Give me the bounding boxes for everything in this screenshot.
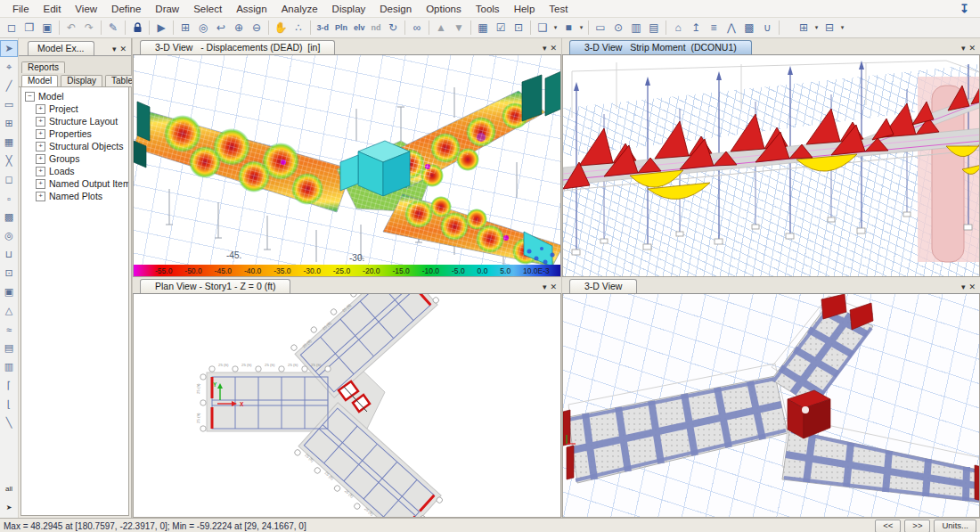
panel-close-icon[interactable]: ✕	[550, 44, 557, 53]
new-model-icon[interactable]: ◻	[4, 20, 20, 36]
portal-frame-icon[interactable]: ⌂	[670, 20, 687, 36]
draw-secondary-beams-icon[interactable]: ▦	[0, 134, 18, 151]
mesh-vertical-icon[interactable]: ▥	[0, 358, 18, 375]
expand-icon[interactable]: +	[36, 154, 45, 164]
draw-joint-icon[interactable]: ⊙	[610, 20, 627, 36]
undo-icon[interactable]: ↶	[63, 20, 80, 36]
expand-icon[interactable]: +	[36, 167, 45, 176]
draw-column-icon[interactable]: ◎	[0, 227, 18, 244]
menu-design[interactable]: Design	[372, 4, 419, 14]
report-dropdown-caret-icon[interactable]: ▾	[839, 20, 846, 36]
tree-item-structure-layout[interactable]: + Structure Layout	[25, 115, 128, 127]
menu-define[interactable]: Define	[104, 4, 148, 14]
previous-button[interactable]: <<	[875, 520, 901, 532]
tab-model[interactable]: Model	[21, 75, 58, 86]
panel-plan-view-tab[interactable]: Plan View - Story1 - Z = 0 (ft)	[140, 279, 290, 293]
model-explorer-title-tab[interactable]: Model Ex...	[28, 41, 94, 55]
layers-icon[interactable]: ≡	[706, 20, 723, 36]
tab-display[interactable]: Display	[61, 75, 102, 86]
menu-file[interactable]: File	[5, 4, 37, 14]
draw-frame-icon[interactable]: ▭	[592, 20, 609, 36]
ribs-view-icon[interactable]: ▤	[646, 20, 663, 36]
snap-points-icon[interactable]: ∴	[290, 20, 307, 36]
menu-test[interactable]: Test	[542, 4, 575, 14]
save-icon[interactable]: ▣	[39, 20, 56, 36]
draw-joint-tool-icon[interactable]: ⌖	[0, 59, 18, 76]
zoom-out-icon[interactable]: ⊖	[249, 20, 265, 36]
rubber-band-zoom-icon[interactable]: ⊞	[177, 20, 194, 36]
support-pin-icon[interactable]: ↥	[688, 20, 705, 36]
check-model-icon[interactable]: ☑	[493, 20, 510, 36]
menu-options[interactable]: Options	[419, 4, 469, 14]
panel-close-icon[interactable]: ✕	[968, 44, 976, 53]
edit-pencil-icon[interactable]: ✎	[105, 20, 122, 36]
draw-opening-icon[interactable]: ⊔	[0, 246, 18, 263]
tendon-profile-icon[interactable]: ⋀	[723, 20, 740, 36]
solid-view-cube-icon[interactable]: ■	[560, 20, 577, 36]
move-down-list-icon[interactable]: ▼	[451, 20, 468, 36]
menu-assign[interactable]: Assign	[229, 4, 274, 14]
edge-constraint-icon[interactable]: ⌈	[0, 377, 18, 394]
menu-display[interactable]: Display	[325, 4, 373, 14]
show-input-icon[interactable]: ⊡	[510, 20, 527, 36]
expand-icon[interactable]: +	[36, 142, 45, 151]
draw-wall-icon[interactable]: ╳	[0, 152, 18, 169]
expand-icon[interactable]: +	[36, 179, 45, 189]
restore-full-view-icon[interactable]: ◎	[195, 20, 212, 36]
displacements-viewport[interactable]: -45. -30. -55.0-50.0 -45.0-40.0 -35.0-30…	[133, 55, 561, 277]
menu-draw[interactable]: Draw	[148, 4, 186, 14]
panel-close-icon[interactable]: ✕	[968, 282, 976, 291]
lock-model-icon[interactable]	[129, 20, 146, 36]
tree-item-project[interactable]: + Project	[25, 102, 128, 115]
menu-edit[interactable]: Edit	[37, 4, 69, 14]
view-3d-icon[interactable]: 3-d	[314, 20, 332, 36]
pan-icon[interactable]: ✋	[273, 20, 290, 36]
panel-menu-caret-icon[interactable]: ▾	[543, 282, 547, 291]
cube-dropdown-caret-icon[interactable]: ▾	[552, 20, 559, 36]
menu-help[interactable]: Help	[507, 4, 543, 14]
view-elevation-icon[interactable]: elv	[351, 20, 368, 36]
panel-close-icon[interactable]: ✕	[550, 282, 557, 291]
draw-point-icon[interactable]: ▣	[0, 283, 18, 300]
plan-viewport[interactable]: 25 (ft) 25 (ft) 25 (ft) 25 (ft)	[133, 294, 561, 518]
download-icon[interactable]: ↧	[960, 2, 980, 15]
draw-drop-panel-icon[interactable]: ▩	[0, 209, 18, 225]
solid-cube-dropdown-caret-icon[interactable]: ▾	[578, 20, 585, 36]
object-shrink-toggle-icon[interactable]: ▦	[475, 20, 492, 36]
collapse-icon[interactable]: −	[25, 92, 35, 102]
open-icon[interactable]: ❐	[21, 20, 38, 36]
explorer-menu-caret-icon[interactable]: ▾	[112, 45, 117, 53]
panel-3d-view-tab[interactable]: 3-D View	[569, 279, 637, 293]
select-pointer-icon[interactable]: ➤	[0, 40, 18, 57]
tree-item-named-output-items[interactable]: + Named Output Items	[25, 177, 128, 190]
draw-floor-icon[interactable]: ◻	[0, 171, 18, 188]
tab-reports[interactable]: Reports	[21, 61, 65, 73]
tree-item-groups[interactable]: + Groups	[25, 152, 128, 165]
explorer-close-icon[interactable]: ✕	[119, 45, 127, 53]
expand-icon[interactable]: +	[36, 192, 45, 201]
menu-tools[interactable]: Tools	[469, 4, 507, 14]
next-button[interactable]: >>	[904, 520, 930, 532]
panel-strip-moment-tab[interactable]: 3-D View Strip Moment (DCONU1)	[569, 40, 752, 54]
draw-rect-floor-icon[interactable]: ▫	[0, 190, 18, 207]
edge-release-icon[interactable]: ⌊	[0, 396, 18, 413]
saddle-icon[interactable]: ∪	[759, 20, 776, 36]
mesh-horizontal-icon[interactable]: ▤	[0, 340, 18, 356]
panel-menu-caret-icon[interactable]: ▾	[961, 282, 966, 291]
strip-moment-viewport[interactable]	[562, 55, 980, 277]
draw-tendon-profile-icon[interactable]: ≈	[0, 321, 18, 338]
expand-icon[interactable]: +	[36, 117, 45, 127]
show-tables-icon[interactable]: ⊞	[796, 20, 813, 36]
draw-braces-icon[interactable]: ⊞	[0, 115, 18, 132]
show-report-icon[interactable]: ⊟	[821, 20, 838, 36]
draw-quick-frame-icon[interactable]: ▭	[0, 96, 18, 113]
tables-dropdown-caret-icon[interactable]: ▾	[813, 20, 821, 36]
units-button[interactable]: Units...	[934, 520, 976, 532]
tree-root-model[interactable]: − Model	[25, 90, 128, 102]
draw-tendon-icon[interactable]: △	[0, 302, 18, 319]
zoom-in-icon[interactable]: ⊕	[231, 20, 248, 36]
select-all-icon[interactable]: all	[0, 480, 18, 497]
tree-item-properties[interactable]: + Properties	[25, 127, 128, 140]
expand-icon[interactable]: +	[36, 129, 45, 139]
model-3d-viewport[interactable]	[562, 294, 980, 518]
